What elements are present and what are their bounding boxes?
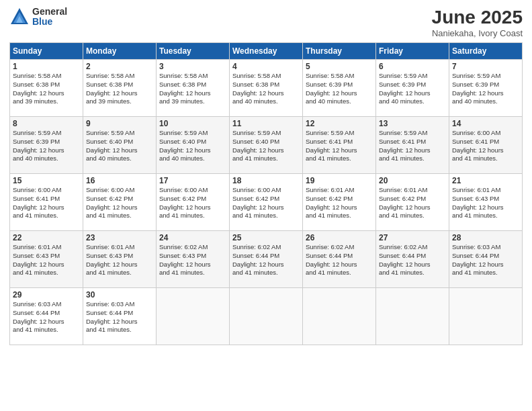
- logo-blue-text: Blue: [32, 17, 67, 27]
- day-30: 30 Sunrise: 6:03 AMSunset: 6:44 PMDaylig…: [83, 288, 157, 345]
- header-thursday: Thursday: [303, 43, 376, 60]
- day-26: 26 Sunrise: 6:02 AMSunset: 6:44 PMDaylig…: [303, 231, 376, 288]
- day-23: 23 Sunrise: 6:01 AMSunset: 6:43 PMDaylig…: [83, 231, 157, 288]
- day-17: 17 Sunrise: 6:00 AMSunset: 6:42 PMDaylig…: [157, 174, 230, 231]
- day-22: 22 Sunrise: 6:01 AMSunset: 6:43 PMDaylig…: [10, 231, 83, 288]
- day-19: 19 Sunrise: 6:01 AMSunset: 6:42 PMDaylig…: [303, 174, 376, 231]
- header-sunday: Sunday: [10, 43, 83, 60]
- day-4: 4 Sunrise: 5:58 AMSunset: 6:38 PMDayligh…: [230, 60, 303, 117]
- header-monday: Monday: [83, 43, 157, 60]
- logo-general-text: General: [32, 7, 67, 17]
- day-9: 9 Sunrise: 5:59 AMSunset: 6:40 PMDayligh…: [83, 117, 157, 174]
- day-8: 8 Sunrise: 5:59 AMSunset: 6:39 PMDayligh…: [10, 117, 83, 174]
- page: General Blue June 2025 Naniekaha, Ivory …: [0, 0, 532, 411]
- day-7: 7 Sunrise: 5:59 AMSunset: 6:39 PMDayligh…: [449, 60, 523, 117]
- day-11: 11 Sunrise: 5:59 AMSunset: 6:40 PMDaylig…: [230, 117, 303, 174]
- empty-cell-2: [230, 288, 303, 345]
- day-15: 15 Sunrise: 6:00 AMSunset: 6:41 PMDaylig…: [10, 174, 83, 231]
- day-2: 2 Sunrise: 5:58 AMSunset: 6:38 PMDayligh…: [83, 60, 157, 117]
- empty-cell-5: [449, 288, 523, 345]
- empty-cell-1: [157, 288, 230, 345]
- header-row: Sunday Monday Tuesday Wednesday Thursday…: [10, 43, 523, 60]
- header: General Blue June 2025 Naniekaha, Ivory …: [9, 7, 523, 38]
- logo-icon: [9, 7, 30, 27]
- day-21: 21 Sunrise: 6:01 AMSunset: 6:43 PMDaylig…: [449, 174, 523, 231]
- day-1: 1 Sunrise: 5:58 AMSunset: 6:38 PMDayligh…: [10, 60, 83, 117]
- header-saturday: Saturday: [449, 43, 523, 60]
- month-title: June 2025: [432, 7, 523, 28]
- empty-cell-3: [303, 288, 376, 345]
- location-subtitle: Naniekaha, Ivory Coast: [432, 28, 523, 38]
- week-row-1: 1 Sunrise: 5:58 AMSunset: 6:38 PMDayligh…: [10, 60, 523, 117]
- title-block: June 2025 Naniekaha, Ivory Coast: [432, 7, 523, 38]
- week-row-2: 8 Sunrise: 5:59 AMSunset: 6:39 PMDayligh…: [10, 117, 523, 174]
- day-28: 28 Sunrise: 6:03 AMSunset: 6:44 PMDaylig…: [449, 231, 523, 288]
- day-29: 29 Sunrise: 6:03 AMSunset: 6:44 PMDaylig…: [10, 288, 83, 345]
- logo-text: General Blue: [32, 7, 67, 28]
- header-wednesday: Wednesday: [230, 43, 303, 60]
- empty-cell-4: [376, 288, 449, 345]
- logo: General Blue: [9, 7, 67, 28]
- day-5: 5 Sunrise: 5:58 AMSunset: 6:39 PMDayligh…: [303, 60, 376, 117]
- day-10: 10 Sunrise: 5:59 AMSunset: 6:40 PMDaylig…: [157, 117, 230, 174]
- calendar-table: Sunday Monday Tuesday Wednesday Thursday…: [9, 42, 523, 345]
- header-tuesday: Tuesday: [157, 43, 230, 60]
- day-18: 18 Sunrise: 6:00 AMSunset: 6:42 PMDaylig…: [230, 174, 303, 231]
- week-row-5: 29 Sunrise: 6:03 AMSunset: 6:44 PMDaylig…: [10, 288, 523, 345]
- week-row-4: 22 Sunrise: 6:01 AMSunset: 6:43 PMDaylig…: [10, 231, 523, 288]
- day-24: 24 Sunrise: 6:02 AMSunset: 6:43 PMDaylig…: [157, 231, 230, 288]
- day-6: 6 Sunrise: 5:59 AMSunset: 6:39 PMDayligh…: [376, 60, 449, 117]
- day-14: 14 Sunrise: 6:00 AMSunset: 6:41 PMDaylig…: [449, 117, 523, 174]
- day-27: 27 Sunrise: 6:02 AMSunset: 6:44 PMDaylig…: [376, 231, 449, 288]
- day-3: 3 Sunrise: 5:58 AMSunset: 6:38 PMDayligh…: [157, 60, 230, 117]
- day-13: 13 Sunrise: 5:59 AMSunset: 6:41 PMDaylig…: [376, 117, 449, 174]
- day-25: 25 Sunrise: 6:02 AMSunset: 6:44 PMDaylig…: [230, 231, 303, 288]
- header-friday: Friday: [376, 43, 449, 60]
- day-12: 12 Sunrise: 5:59 AMSunset: 6:41 PMDaylig…: [303, 117, 376, 174]
- day-20: 20 Sunrise: 6:01 AMSunset: 6:42 PMDaylig…: [376, 174, 449, 231]
- day-16: 16 Sunrise: 6:00 AMSunset: 6:42 PMDaylig…: [83, 174, 157, 231]
- week-row-3: 15 Sunrise: 6:00 AMSunset: 6:41 PMDaylig…: [10, 174, 523, 231]
